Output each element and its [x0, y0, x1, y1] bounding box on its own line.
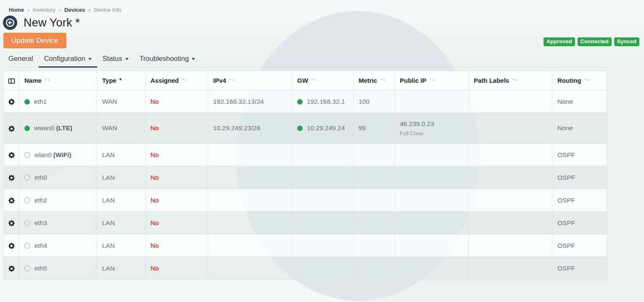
tab-label: Status	[103, 55, 122, 62]
gw-cell: 192.168.32.1	[292, 90, 354, 113]
interface-name-cell: eth5	[19, 257, 97, 280]
breadcrumb-inventory[interactable]: Inventory	[33, 7, 55, 13]
routing-cell: OSPF	[552, 189, 607, 212]
tab-status[interactable]: Status	[97, 53, 134, 68]
interface-name-cell: eth0	[19, 166, 97, 189]
column-header-label: Routing	[557, 77, 581, 84]
row-settings-button[interactable]	[8, 243, 15, 249]
interface-row-eth2: eth2LANNoOSPF	[4, 189, 607, 212]
interface-status-dot	[24, 175, 30, 181]
interface-row-eth5: eth5LANNoOSPF	[4, 257, 607, 280]
routing-cell: None	[552, 90, 607, 113]
row-settings-button[interactable]	[8, 220, 15, 226]
breadcrumb-separator: »	[58, 7, 61, 13]
type-cell: WAN	[97, 113, 145, 144]
gw-cell: 10.29.249.24	[292, 113, 354, 144]
interface-status-dot	[24, 99, 30, 105]
row-settings-button[interactable]	[8, 126, 15, 132]
settings-cell	[4, 113, 19, 144]
public-ip-cell	[395, 90, 469, 113]
sort-icons: ▼▲	[229, 78, 235, 81]
public-ip-cell: 46.239.0.23Full Cone	[395, 113, 469, 144]
type-cell: LAN	[97, 234, 145, 257]
column-header-label: Metric	[359, 77, 377, 84]
breadcrumb-separator: »	[27, 7, 30, 13]
column-header-name[interactable]: Name▼▲	[19, 71, 97, 90]
row-settings-button[interactable]	[8, 99, 15, 105]
path-labels-cell	[469, 189, 552, 212]
tab-label: General	[8, 55, 33, 62]
settings-cell	[4, 189, 19, 212]
gear-icon	[8, 152, 15, 158]
column-header-gw[interactable]: GW▼▲	[292, 71, 354, 90]
tab-troubleshooting[interactable]: Troubleshooting	[134, 53, 201, 68]
routing-cell: OSPF	[552, 234, 607, 257]
interface-row-eth4: eth4LANNoOSPF	[4, 234, 607, 257]
metric-cell	[354, 166, 395, 189]
tab-general[interactable]: General	[3, 53, 39, 68]
row-settings-button[interactable]	[8, 197, 15, 204]
gear-icon	[8, 126, 15, 132]
column-header-metric[interactable]: Metric▼▲	[354, 71, 395, 90]
row-settings-button[interactable]	[8, 265, 15, 272]
column-header-label: Assigned	[150, 77, 179, 84]
sort-desc-icon: ▼	[119, 77, 122, 81]
breadcrumb-devices[interactable]: Devices	[64, 7, 85, 13]
tab-configuration[interactable]: Configuration	[39, 53, 97, 68]
ipv4-cell: 10.29.249.23/28	[208, 113, 292, 144]
breadcrumb-separator: »	[88, 7, 91, 13]
back-button[interactable]	[3, 16, 17, 30]
interface-row-wlan0: wlan0 (WiFi)LANNoOSPF	[4, 144, 607, 166]
sort-icons: ▼▲	[512, 78, 517, 81]
update-device-button[interactable]: Update Device	[3, 33, 66, 48]
settings-cell	[4, 166, 19, 189]
gw-cell	[292, 144, 354, 166]
gear-icon	[8, 197, 15, 204]
assigned-cell: No	[145, 166, 208, 189]
gw-status-dot	[297, 99, 303, 105]
column-header-path-labels[interactable]: Path Labels▼▲	[469, 71, 552, 90]
column-header-assigned[interactable]: Assigned▼▲	[145, 71, 208, 90]
gear-icon	[8, 175, 15, 181]
breadcrumb-home[interactable]: Home	[9, 7, 24, 13]
assigned-cell: No	[145, 144, 208, 166]
sort-icons: ▼▲	[182, 78, 187, 81]
column-header-label: Type	[102, 77, 116, 84]
path-labels-cell	[469, 113, 552, 144]
routing-cell: None	[552, 113, 607, 144]
column-header-ipv4[interactable]: IPv4▼▲	[208, 71, 292, 90]
status-badge-connected: Connected	[578, 37, 612, 46]
column-settings-header[interactable]	[4, 71, 19, 90]
assigned-cell: No	[145, 234, 208, 257]
metric-cell: 99	[354, 113, 395, 144]
column-header-public-ip[interactable]: Public IP▼▲	[395, 71, 469, 90]
path-labels-cell	[469, 166, 552, 189]
ipv4-cell	[208, 189, 292, 212]
interface-name-cell: wlan0 (WiFi)	[19, 144, 97, 166]
settings-cell	[4, 90, 19, 113]
type-cell: LAN	[97, 144, 145, 166]
assigned-cell: No	[145, 90, 208, 113]
column-header-label: Public IP	[400, 77, 426, 84]
interface-name-cell: eth2	[19, 189, 97, 212]
path-labels-cell	[469, 257, 552, 280]
row-settings-button[interactable]	[8, 175, 15, 181]
ipv4-cell	[208, 144, 292, 166]
column-header-type[interactable]: Type▼	[97, 71, 145, 90]
row-settings-button[interactable]	[8, 152, 15, 158]
gw-cell	[292, 166, 354, 189]
metric-cell	[354, 144, 395, 166]
tab-label: Configuration	[44, 55, 85, 62]
arrow-left-circle-icon	[3, 16, 17, 30]
gear-icon	[8, 99, 15, 105]
interface-status-dot	[24, 243, 30, 249]
tab-label: Troubleshooting	[140, 55, 189, 62]
column-header-routing[interactable]: Routing▼▲	[552, 71, 607, 90]
sort-icons: ▼▲	[44, 78, 50, 81]
interface-status-dot	[24, 220, 30, 226]
path-labels-cell	[469, 90, 552, 113]
page-title: New York *	[24, 16, 80, 29]
metric-cell	[354, 189, 395, 212]
type-cell: WAN	[97, 90, 145, 113]
sort-icons: ▼▲	[311, 78, 317, 81]
